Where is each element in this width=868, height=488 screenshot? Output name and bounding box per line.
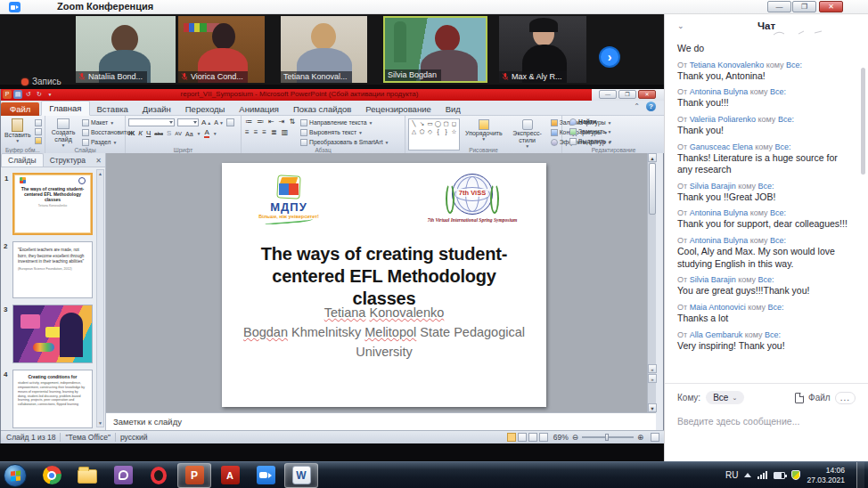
font-color-icon[interactable]: А <box>204 129 209 138</box>
network-signal-icon[interactable] <box>757 471 767 479</box>
tab-design[interactable]: Дизайн <box>135 102 178 116</box>
tab-outline[interactable]: Структура <box>44 154 92 167</box>
taskbar-clock[interactable]: 14:06 27.03.2021 <box>807 466 850 484</box>
shape-callout-icon[interactable]: ◻ <box>450 119 458 127</box>
align-text-button[interactable]: Выровнять текст▼ <box>300 129 389 137</box>
chat-message-list[interactable]: We do От Tetiana Konovalenko кому Все: T… <box>677 43 852 357</box>
reading-view-icon[interactable] <box>528 433 537 442</box>
shape-rounded-icon[interactable]: ▢ <box>442 119 450 127</box>
layout-button[interactable]: Макет▼ <box>82 119 130 127</box>
show-hidden-icons[interactable] <box>744 473 751 477</box>
close-panel-icon[interactable]: ✕ <box>92 155 105 167</box>
bullets-icon[interactable]: ≔ <box>245 118 252 126</box>
scrollbar-thumb[interactable] <box>649 163 656 215</box>
tab-review[interactable]: Рецензирование <box>358 102 438 116</box>
tab-animation[interactable]: Анимация <box>232 102 286 116</box>
slide-canvas[interactable]: МДПУ Більше, ніж університет! 7th ViSS 7… <box>222 163 546 407</box>
taskbar-zoom[interactable] <box>249 463 283 488</box>
quick-styles-button[interactable]: Экспресс-стили▼ <box>508 118 547 150</box>
shape-oval-icon[interactable]: ◯ <box>434 119 442 127</box>
slide-thumbnail-4[interactable]: 4 Creating conditions for student activi… <box>12 370 93 428</box>
zoom-slider[interactable] <box>582 436 634 438</box>
help-icon[interactable]: ? <box>646 102 656 111</box>
scroll-down-icon[interactable]: ▼ <box>648 403 657 412</box>
increase-indent-icon[interactable]: ⇥ <box>279 118 285 126</box>
paste-button[interactable]: Вставить▼ <box>3 118 33 145</box>
italic-icon[interactable]: К <box>138 130 143 137</box>
taskbar-opera[interactable] <box>142 463 176 488</box>
video-tile[interactable]: Tetiana Konoval... <box>281 16 367 83</box>
font-size-select[interactable] <box>177 118 199 126</box>
zoom-in-icon[interactable]: ⊕ <box>637 433 643 442</box>
start-button[interactable] <box>4 464 27 487</box>
qat-dropdown-icon[interactable]: ▼ <box>45 90 54 99</box>
notes-pane[interactable]: Заметки к слайду <box>106 412 656 430</box>
underline-icon[interactable]: Ч <box>146 130 151 137</box>
taskbar-powerpoint[interactable]: P <box>177 463 211 488</box>
scroll-up-icon[interactable]: ▲ <box>648 153 657 162</box>
undo-icon[interactable]: ↺ <box>24 90 33 99</box>
shape-brace2-icon[interactable]: } <box>442 127 450 135</box>
zoom-slider-thumb[interactable] <box>605 434 609 441</box>
text-shadow-icon[interactable]: S <box>167 130 171 137</box>
video-tile[interactable]: Nataliia Bond... <box>76 16 176 83</box>
cut-icon[interactable] <box>35 119 42 126</box>
ppt-restore-button[interactable]: ❐ <box>618 90 636 99</box>
battery-icon[interactable] <box>774 472 785 479</box>
shape-triangle-icon[interactable]: △ <box>410 127 418 135</box>
numbering-icon[interactable]: ≕ <box>257 118 264 126</box>
grow-font-icon[interactable]: А <box>201 119 206 126</box>
decrease-indent-icon[interactable]: ⇤ <box>268 118 274 126</box>
video-tile[interactable]: Viorica Cond... <box>178 16 265 83</box>
taskbar-chrome[interactable] <box>35 463 69 488</box>
text-direction-button[interactable]: Направление текста▼ <box>300 119 389 127</box>
video-tile-active-speaker[interactable]: Silvia Bogdan <box>383 16 487 83</box>
shape-line-icon[interactable]: ╲ <box>410 119 418 127</box>
taskbar-viber[interactable] <box>106 463 140 488</box>
replace-button[interactable]: Заменить▼ <box>569 128 665 136</box>
taskbar-file-explorer[interactable] <box>70 463 104 488</box>
shapes-gallery[interactable]: ╲↘▭◯▢◻ △⬠◇{}☆ <box>408 118 460 150</box>
shape-rect-icon[interactable]: ▭ <box>426 119 434 127</box>
strikethrough-icon[interactable]: abc <box>154 131 163 136</box>
scroll-up-icon[interactable]: ▲ <box>97 170 103 177</box>
tab-home[interactable]: Главная <box>41 101 89 116</box>
minimize-ribbon-icon[interactable]: ⌃ <box>634 102 640 110</box>
slide-sorter-view-icon[interactable] <box>518 433 527 442</box>
slideshow-view-icon[interactable] <box>539 433 548 442</box>
normal-view-icon[interactable] <box>507 433 516 442</box>
align-left-icon[interactable]: ≡ <box>245 129 250 136</box>
tab-slideshow[interactable]: Показ слайдов <box>286 102 358 116</box>
language-indicator[interactable]: RU <box>725 470 738 480</box>
close-button[interactable]: ✕ <box>819 1 843 12</box>
change-case-icon[interactable]: Аа <box>185 131 193 137</box>
more-options-button[interactable]: ... <box>835 392 856 404</box>
taskbar-word[interactable]: W <box>284 463 318 488</box>
ppt-close-button[interactable]: ✕ <box>638 90 656 99</box>
copy-icon[interactable] <box>35 128 42 135</box>
justify-icon[interactable]: ≣ <box>271 129 277 136</box>
save-icon[interactable]: ▤ <box>13 90 22 99</box>
smartart-button[interactable]: Преобразовать в SmartArt▼ <box>300 139 389 147</box>
ppt-minimize-button[interactable]: — <box>599 90 617 99</box>
tab-insert[interactable]: Вставка <box>90 102 135 116</box>
clear-formatting-icon[interactable] <box>226 118 234 126</box>
minimize-button[interactable]: — <box>767 1 791 12</box>
slide-thumbnail-3[interactable]: 3 <box>12 305 93 363</box>
new-slide-button[interactable]: Создать слайд▼ <box>47 118 79 150</box>
tab-transitions[interactable]: Переходы <box>178 102 233 116</box>
arrange-button[interactable]: Упорядочить▼ <box>463 118 504 150</box>
fit-to-window-icon[interactable] <box>651 433 659 442</box>
align-center-icon[interactable]: ≡ <box>254 129 258 136</box>
chat-scrollbar-thumb[interactable] <box>861 68 865 175</box>
slide-thumbnail-2[interactable]: 2 "Excellent teachers are made, not born… <box>12 241 93 298</box>
font-name-select[interactable] <box>128 118 175 126</box>
columns-icon[interactable]: ▥ <box>282 129 289 136</box>
select-button[interactable]: Выделить▼ <box>569 138 665 146</box>
shape-pentagon-icon[interactable]: ⬠ <box>418 127 426 135</box>
previous-slide-icon[interactable]: « <box>648 364 657 373</box>
redo-icon[interactable]: ↻ <box>35 90 44 99</box>
next-slide-icon[interactable]: » <box>648 374 657 383</box>
slide-thumbnail-1[interactable]: 1 The ways of creating student-centered … <box>12 173 93 235</box>
tab-view[interactable]: Вид <box>438 102 468 116</box>
